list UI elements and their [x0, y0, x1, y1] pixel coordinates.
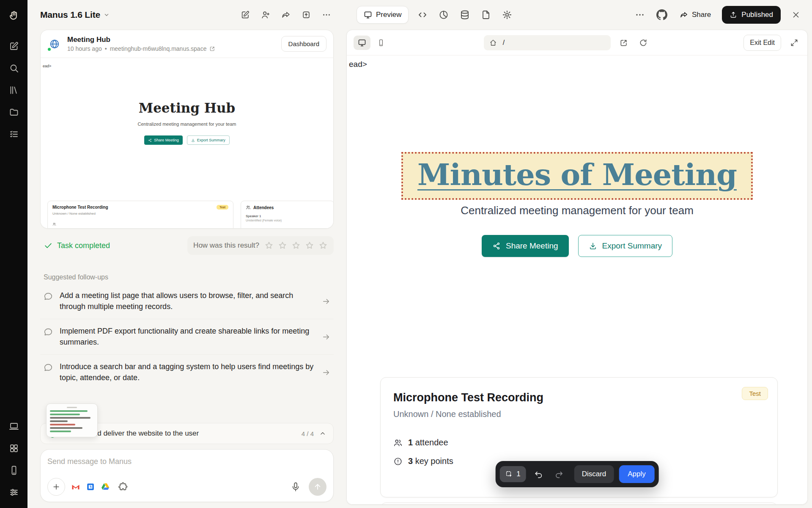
- share-chat-button[interactable]: [279, 8, 293, 22]
- redo-icon: [554, 469, 564, 479]
- sidebar-apps-button[interactable]: [5, 439, 23, 457]
- message-input[interactable]: [47, 457, 326, 466]
- preview-tab-button[interactable]: Preview: [357, 6, 409, 24]
- task-completed-label: Task completed: [57, 241, 110, 250]
- attach-button[interactable]: [47, 478, 65, 496]
- code-tab-button[interactable]: [416, 8, 429, 21]
- publish-button[interactable]: [299, 8, 313, 22]
- redo-button[interactable]: [551, 467, 567, 482]
- close-preview-button[interactable]: [789, 8, 803, 22]
- preview-window: / Exit Edit ead> Minutes of Meeting Cent…: [346, 30, 808, 505]
- sidebar-library-button[interactable]: [5, 81, 23, 99]
- project-name: Meeting Hub: [67, 36, 276, 44]
- more-icon: [322, 10, 331, 19]
- project-card: Meeting Hub 10 hours ago • meetinghub-m6…: [40, 30, 334, 229]
- github-icon: [656, 9, 667, 20]
- followup-text: Implement PDF export functionality and c…: [60, 326, 315, 348]
- fullscreen-button[interactable]: [788, 36, 801, 49]
- mobile-view-button[interactable]: [373, 36, 390, 50]
- recording-subtitle: Unknown / None established: [393, 409, 765, 419]
- sidebar-files-button[interactable]: [5, 103, 23, 121]
- followup-item[interactable]: Implement PDF export functionality and c…: [40, 319, 334, 355]
- add-member-button[interactable]: [258, 8, 273, 22]
- star-icon: [264, 241, 274, 250]
- more-options-button[interactable]: [633, 8, 647, 22]
- share-nodes-icon: [492, 242, 501, 250]
- star-4-button[interactable]: [305, 241, 314, 250]
- sidebar-search-button[interactable]: [5, 59, 23, 77]
- home-icon[interactable]: [489, 39, 497, 47]
- star-1-button[interactable]: [264, 241, 274, 250]
- send-button[interactable]: [309, 478, 326, 496]
- manus-logo[interactable]: [5, 7, 23, 25]
- open-external-button[interactable]: [617, 36, 630, 49]
- selection-counter[interactable]: 1: [499, 466, 526, 482]
- undo-button[interactable]: [531, 467, 546, 482]
- more-options-button[interactable]: [319, 8, 334, 22]
- sidebar-settings-button[interactable]: [5, 483, 23, 501]
- calendar-connector-button[interactable]: [85, 481, 96, 492]
- exit-edit-button[interactable]: Exit Edit: [743, 35, 781, 51]
- usage-tab-button[interactable]: [437, 8, 450, 21]
- model-selector[interactable]: Manus 1.6 Lite: [40, 10, 110, 20]
- sidebar-devices-button[interactable]: [5, 417, 23, 435]
- followups-heading: Suggested follow-ups: [40, 273, 334, 281]
- sidebar-bottom-group: [5, 417, 23, 501]
- star-2-button[interactable]: [278, 241, 287, 250]
- star-5-button[interactable]: [318, 241, 328, 250]
- project-url-link[interactable]: meetinghub-m6wu8lnq.manus.space: [110, 45, 207, 52]
- database-tab-button[interactable]: [458, 8, 471, 21]
- publish-icon: [302, 10, 311, 19]
- check-icon: [44, 241, 53, 250]
- download-icon: [589, 242, 597, 250]
- page-title[interactable]: Minutes of Meeting: [417, 157, 737, 192]
- integrations-button[interactable]: [117, 480, 129, 493]
- chevron-down-icon: [103, 11, 110, 18]
- external-link-icon: [620, 39, 628, 47]
- test-badge: Test: [742, 387, 768, 400]
- gmail-connector-button[interactable]: [70, 481, 81, 492]
- compose-button[interactable]: [238, 8, 252, 22]
- discard-button[interactable]: Discard: [574, 465, 614, 483]
- online-status-dot: [47, 47, 52, 52]
- followup-item[interactable]: Add a meeting list page that allows user…: [40, 284, 334, 319]
- external-link-icon[interactable]: [209, 46, 215, 52]
- export-summary-button[interactable]: Export Summary: [578, 235, 672, 257]
- sidebar-mobile-button[interactable]: [5, 461, 23, 479]
- refresh-button[interactable]: [637, 36, 650, 49]
- settings-tab-button[interactable]: [501, 8, 513, 21]
- drive-icon: [101, 482, 110, 491]
- terminal-thumb-titlebar: [67, 407, 77, 408]
- share-site-button[interactable]: Share: [677, 7, 713, 22]
- published-button[interactable]: Published: [722, 6, 781, 24]
- followup-item[interactable]: Introduce a search bar and a tagging sys…: [40, 355, 334, 390]
- composer-toolbar: [47, 478, 326, 496]
- upload-icon: [730, 11, 737, 19]
- site-preview-thumbnail[interactable]: ead> Meeting Hub Centralized meeting man…: [41, 58, 333, 228]
- documents-tab-button[interactable]: [480, 8, 492, 21]
- drive-connector-button[interactable]: [100, 481, 111, 492]
- voice-input-button[interactable]: [288, 480, 303, 494]
- share-meeting-button[interactable]: Share Meeting: [482, 235, 569, 257]
- gmail-icon: [71, 482, 81, 492]
- desktop-view-button[interactable]: [354, 36, 370, 50]
- mini-export-button: Export Summary: [187, 135, 230, 145]
- mini-share-button: Share Meeting: [144, 135, 183, 145]
- sidebar: [0, 0, 27, 508]
- github-button[interactable]: [655, 8, 669, 22]
- apply-button[interactable]: Apply: [619, 465, 655, 483]
- terminal-thumbnail[interactable]: [46, 403, 98, 437]
- chevron-up-icon[interactable]: [319, 430, 326, 437]
- gear-icon: [502, 10, 512, 20]
- integrations-icon: [118, 482, 128, 492]
- dashboard-button[interactable]: Dashboard: [281, 36, 326, 52]
- url-bar[interactable]: /: [484, 35, 611, 50]
- star-3-button[interactable]: [291, 241, 301, 250]
- sidebar-tasks-button[interactable]: [5, 125, 23, 143]
- mini-attendees-title: Attendees: [253, 205, 274, 210]
- star-icon: [278, 241, 287, 250]
- sidebar-new-task-button[interactable]: [5, 37, 23, 55]
- page-subtitle[interactable]: Centralized meeting management for your …: [347, 204, 807, 217]
- star-icon: [291, 241, 301, 250]
- selected-element-highlight[interactable]: Minutes of Meeting: [401, 152, 753, 200]
